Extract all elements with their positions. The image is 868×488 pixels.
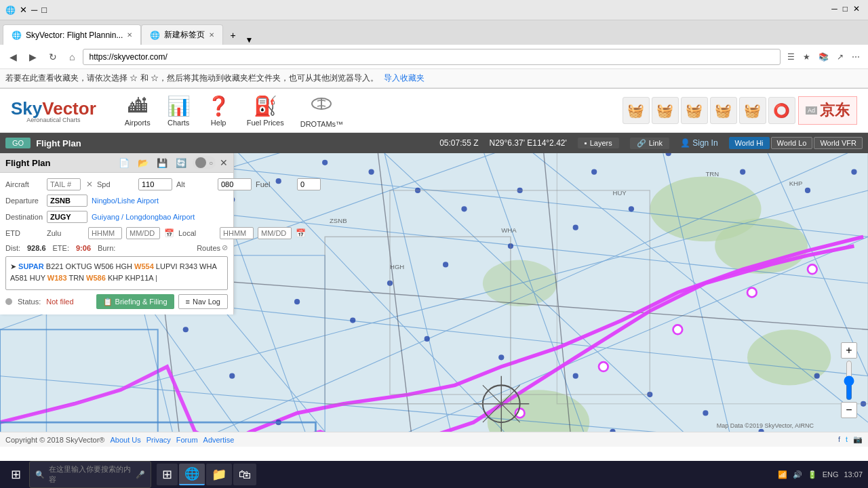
fp-new-btn[interactable]: 📄 — [117, 157, 132, 169]
footer-privacy-link[interactable]: Privacy — [146, 436, 171, 444]
taskbar-search-box[interactable]: 🔍 在这里输入你要搜索的内容 🎤 — [29, 461, 151, 488]
footer-forum-link[interactable]: Forum — [176, 436, 198, 444]
taskbar-microphone-icon[interactable]: 🎤 — [136, 470, 145, 479]
logo[interactable]: SkyVector Aeronautical Charts — [11, 98, 96, 123]
settings-btn[interactable]: ⋯ — [849, 51, 863, 63]
tab-close-btn[interactable]: ✕ — [127, 31, 132, 39]
world-vfr-btn[interactable]: World VFR — [814, 137, 863, 149]
svg-point-66 — [591, 169, 597, 174]
fp-destination-link[interactable]: Guiyang / Longdongbao Airport — [92, 213, 195, 221]
fp-departure-link[interactable]: Ningbo/Lishe Airport — [92, 197, 159, 205]
taskbar-edge-btn[interactable]: 🌐 — [179, 464, 205, 485]
fp-routes-clear-btn[interactable]: ⊘ — [222, 243, 228, 252]
ad-appliance-2[interactable]: 🧺 — [652, 97, 679, 124]
nav-airports[interactable]: 🏙 Airports — [117, 92, 159, 129]
zoom-slider[interactable] — [841, 360, 857, 401]
taskbar-battery-icon[interactable]: 🔋 — [808, 470, 817, 479]
back-button[interactable]: ◀ — [5, 49, 21, 65]
fp-tail-clear[interactable]: ✕ — [86, 180, 93, 189]
win-close[interactable]: ✕ — [853, 4, 860, 14]
new-tab-button[interactable]: + — [223, 26, 242, 45]
footer-facebook-icon[interactable]: f — [838, 435, 840, 444]
go-button[interactable]: GO — [5, 138, 31, 148]
world-hi-btn[interactable]: World Hi — [729, 137, 770, 149]
win-minimize[interactable]: ─ — [831, 4, 837, 14]
tab-icon: 🌐 — [12, 30, 22, 40]
zoom-out-btn[interactable]: − — [841, 402, 857, 418]
world-lo-btn[interactable]: World Lo — [771, 137, 813, 149]
fp-local-calendar-icon[interactable]: 📅 — [296, 228, 306, 238]
ad-appliance-6[interactable]: ⭕ — [768, 97, 795, 124]
fp-zulu-date-input[interactable] — [126, 227, 160, 239]
fp-close-btn[interactable]: ✕ — [220, 157, 228, 168]
footer-about-link[interactable]: About Us — [110, 436, 140, 444]
taskbar-search-placeholder: 在这里输入你要搜索的内容 — [49, 464, 132, 485]
svg-point-62 — [368, 169, 374, 174]
main-content: ZSNB HGH WHA HUY TRN KHP + − Map Data ©2… — [0, 153, 868, 432]
fp-zulu-time-input[interactable] — [88, 227, 122, 239]
reading-view-btn[interactable]: ☰ — [785, 51, 797, 63]
fp-alt-input[interactable] — [218, 178, 252, 190]
nav-help[interactable]: ❓ Help — [199, 92, 239, 129]
fp-destination-row: Destination Guiyang / Longdongbao Airpor… — [5, 211, 228, 223]
fp-fuel-input[interactable] — [297, 178, 321, 190]
link-button[interactable]: 🔗 Link — [630, 138, 669, 149]
taskbar-store-btn[interactable]: 🛍 — [233, 464, 256, 485]
fp-save-btn[interactable]: 💾 — [155, 157, 170, 169]
window-close-btn[interactable]: ✕ — [20, 5, 27, 15]
fp-spd-input[interactable] — [138, 178, 172, 190]
forward-button[interactable]: ▶ — [25, 49, 41, 65]
refresh-button[interactable]: ↻ — [45, 49, 61, 65]
zoom-in-btn[interactable]: + — [841, 342, 857, 359]
ad-appliance-4[interactable]: 🧺 — [710, 97, 737, 124]
svg-point-70 — [851, 169, 856, 174]
share-btn[interactable]: ↗ — [834, 51, 846, 63]
tab-new[interactable]: 🌐 新建标签页 ✕ — [141, 24, 223, 45]
fp-open-btn[interactable]: 📂 — [136, 157, 151, 169]
fp-refresh-btn[interactable]: 🔄 — [174, 157, 189, 169]
footer-advertise-link[interactable]: Advertise — [203, 436, 235, 444]
window-max-btn[interactable]: □ — [41, 5, 47, 15]
favorites-btn[interactable]: ★ — [800, 51, 813, 63]
taskbar-clock[interactable]: 13:07 — [844, 470, 863, 479]
taskbar-volume-icon[interactable]: 🔊 — [793, 470, 802, 479]
svg-point-69 — [805, 188, 810, 193]
taskbar-lang[interactable]: ENG — [823, 470, 839, 479]
home-button[interactable]: ⌂ — [65, 49, 79, 65]
nav-charts[interactable]: 📊 Charts — [159, 92, 199, 129]
tab-skyvector[interactable]: 🌐 SkyVector: Flight Plannin... ✕ — [3, 24, 141, 45]
ad-appliance-1[interactable]: 🧺 — [623, 97, 650, 124]
sign-in-btn[interactable]: 👤 Sign In — [680, 138, 718, 148]
taskbar-taskview-btn[interactable]: ⊞ — [157, 464, 178, 485]
footer-twitter-icon[interactable]: t — [846, 435, 848, 444]
nav-fuel[interactable]: ⛽ Fuel Prices — [239, 92, 292, 129]
taskbar-network-icon[interactable]: 📶 — [778, 470, 787, 479]
fp-action-icons: 📄 📂 💾 🔄 ○ ✕ — [117, 156, 228, 169]
layers-button[interactable]: ▪ Layers — [578, 138, 619, 148]
fp-route-box[interactable]: ➤ SUPAR B221 OKTUG W506 HGH W554 LUPVI R… — [5, 256, 228, 290]
browser-icon: 🌐 — [5, 5, 16, 15]
win-maximize[interactable]: □ — [843, 4, 848, 14]
taskbar-explorer-btn[interactable]: 📁 — [206, 464, 232, 485]
fp-destination-input[interactable] — [47, 211, 87, 223]
tab-dropdown[interactable]: ▼ — [245, 35, 254, 45]
nav-drotams[interactable]: DROTAMs™ — [292, 90, 351, 131]
fp-departure-input[interactable] — [47, 195, 87, 207]
fp-tail-input[interactable] — [47, 178, 81, 190]
address-bar[interactable] — [83, 49, 781, 65]
fp-navlog-btn[interactable]: ≡ Nav Log — [178, 294, 228, 309]
fp-toggle[interactable]: ○ — [193, 156, 216, 169]
jd-logo[interactable]: 京东 — [820, 100, 850, 121]
import-favorites-link[interactable]: 导入收藏夹 — [384, 73, 425, 84]
fp-local-date-input[interactable] — [258, 227, 292, 239]
footer-instagram-icon[interactable]: 📷 — [853, 435, 863, 444]
tab-new-close-btn[interactable]: ✕ — [209, 31, 214, 39]
window-min-btn[interactable]: ─ — [31, 5, 37, 15]
fp-briefing-btn[interactable]: 📋 Briefing & Filing — [96, 294, 174, 309]
start-button[interactable]: ⊞ — [5, 464, 26, 485]
fp-zulu-calendar-icon[interactable]: 📅 — [164, 228, 174, 238]
hub-btn[interactable]: 📚 — [816, 51, 831, 63]
fp-local-time-input[interactable] — [220, 227, 254, 239]
ad-appliance-5[interactable]: 🧺 — [739, 97, 766, 124]
ad-appliance-3[interactable]: 🧺 — [681, 97, 708, 124]
